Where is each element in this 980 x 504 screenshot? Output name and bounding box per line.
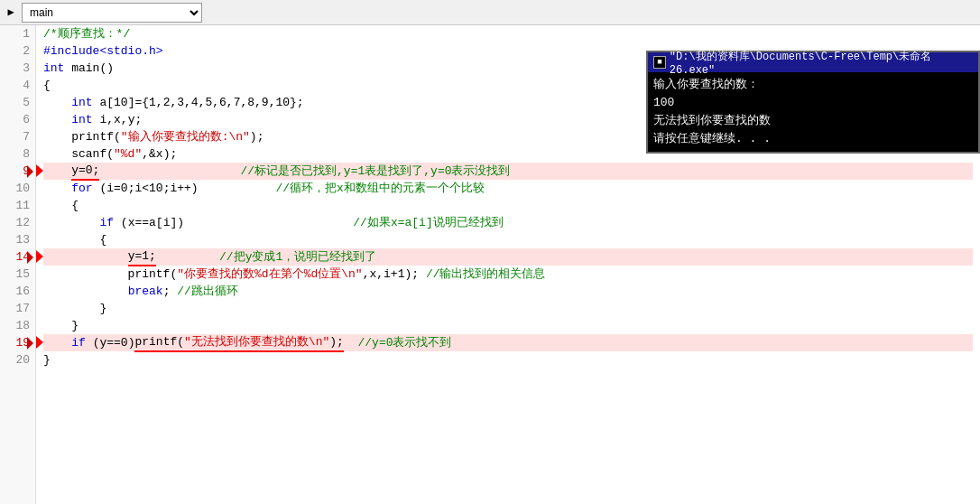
console-line-3: 无法找到你要查找的数 (653, 112, 973, 130)
code-line-12: if (x==a[i]) //如果x=a[i]说明已经找到 (43, 214, 973, 231)
code-line-10: for (i=0;i<10;i++) //循环，把x和数组中的元素一个个比较 (43, 180, 973, 197)
code-line-13: { (43, 231, 973, 248)
ln-6: 6 (0, 111, 30, 128)
console-icon: ■ (653, 56, 666, 69)
ln-20: 20 (0, 351, 30, 369)
code-line-1: /*顺序查找：*/ (43, 25, 973, 42)
ln-7: 7 (0, 128, 30, 145)
ln-4: 4 (0, 77, 30, 94)
code-line-18: } (43, 317, 973, 334)
code-line-19: if (y==0)printf("无法找到你要查找的数\n"); //y=0表示… (43, 334, 973, 351)
run-icon: ▶ (4, 5, 18, 20)
ln-17: 17 (0, 300, 30, 317)
arrow-19 (36, 336, 43, 349)
console-window: ■ "D:\我的资料库\Documents\C-Free\Temp\未命名26.… (646, 51, 980, 154)
code-line-17: } (43, 300, 973, 317)
ln-19: 19 (0, 334, 30, 351)
code-line-14: y=1; //把y变成1，说明已经找到了 (43, 248, 973, 266)
code-line-20: } (43, 351, 973, 369)
ln-13: 13 (0, 231, 30, 248)
ln-16: 16 (0, 283, 30, 300)
line-numbers: 1 2 3 4 5 6 7 8 9 10 11 12 13 14 15 16 1… (0, 25, 36, 504)
arrow-14 (36, 250, 43, 263)
console-line-1: 输入你要查找的数： (653, 76, 973, 94)
code-line-15: printf("你要查找的数%d在第个%d位置\n",x,i+1); //输出找… (43, 266, 973, 283)
ln-1: 1 (0, 25, 30, 42)
console-titlebar: ■ "D:\我的资料库\Documents\C-Free\Temp\未命名26.… (648, 52, 978, 72)
code-line-9: y=0; //标记是否已找到,y=1表是找到了,y=0表示没找到 (43, 163, 973, 180)
ln-10: 10 (0, 180, 30, 197)
arrow-9 (36, 164, 43, 177)
toolbar: ▶ main (0, 0, 980, 25)
function-selector[interactable]: main (22, 3, 202, 23)
code-line-16: break; //跳出循环 (43, 283, 973, 300)
ln-2: 2 (0, 42, 30, 60)
ln-15: 15 (0, 266, 30, 283)
ln-5: 5 (0, 94, 30, 111)
ln-14: 14 (0, 248, 30, 266)
editor-container: 1 2 3 4 5 6 7 8 9 10 11 12 13 14 15 16 1… (0, 25, 980, 504)
code-line-11: { (43, 197, 973, 214)
ln-11: 11 (0, 197, 30, 214)
ln-9: 9 (0, 163, 30, 180)
ln-18: 18 (0, 317, 30, 334)
ln-12: 12 (0, 214, 30, 231)
ln-8: 8 (0, 145, 30, 163)
ln-3: 3 (0, 60, 30, 77)
console-body: 输入你要查找的数： 100 无法找到你要查找的数 请按任意键继续. . . (648, 72, 978, 152)
console-line-2: 100 (653, 94, 973, 112)
console-line-4: 请按任意键继续. . . (653, 130, 973, 148)
console-title: "D:\我的资料库\Documents\C-Free\Temp\未命名26.ex… (670, 49, 973, 77)
